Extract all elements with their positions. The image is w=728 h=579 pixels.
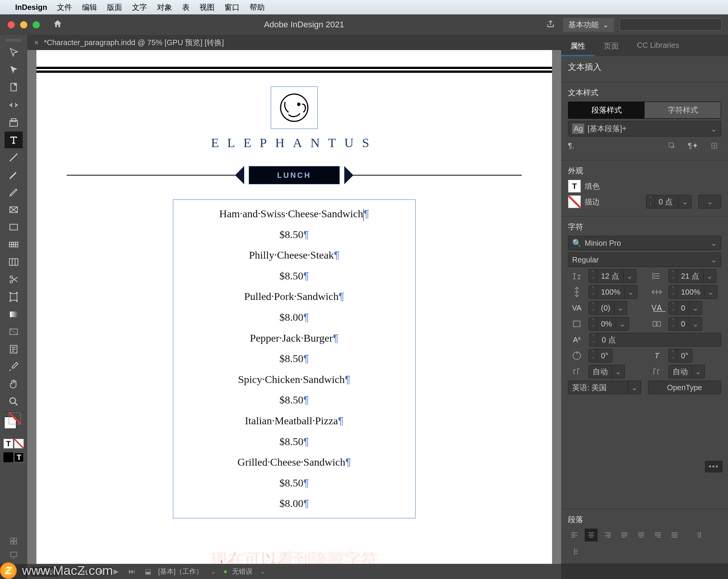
gradient-swatch-tool[interactable] [5, 306, 23, 323]
window-close-button[interactable] [8, 21, 15, 28]
content-collector-tool[interactable] [5, 114, 23, 131]
chevron-down-icon[interactable]: ⌄ [257, 567, 268, 576]
home-icon[interactable] [53, 19, 63, 30]
mojikumi-after-input[interactable]: 自动⌄ [668, 365, 705, 378]
pencil-tool[interactable] [5, 184, 23, 201]
page-popup-icon[interactable]: ⬓ [142, 567, 154, 576]
stroke-swatch[interactable] [9, 412, 21, 424]
style-type-segment[interactable]: 段落样式 字符样式 [568, 102, 721, 119]
format-text-fill[interactable]: T [3, 439, 13, 449]
page-tool[interactable] [5, 79, 23, 96]
justify-left-icon[interactable] [618, 529, 631, 541]
window-minimize-button[interactable] [20, 21, 27, 28]
fill-stroke-swatches[interactable] [4, 414, 23, 433]
scissors-tool[interactable] [5, 271, 23, 288]
menu-text-frame[interactable]: Ham·and·Swiss·Cheese·Sandwich¶$8.50¶Phil… [173, 199, 416, 518]
character-style-seg[interactable]: 字符样式 [645, 102, 721, 118]
screen-mode-icon[interactable] [9, 550, 18, 561]
font-size-input[interactable]: ˄˅12 点⌄ [588, 269, 636, 283]
justify-all-icon[interactable] [668, 529, 681, 541]
stroke-weight-input[interactable]: ˄˅0 点⌄ [646, 195, 692, 209]
tsume-input[interactable]: ˄˅0⌄ [668, 317, 702, 331]
baseline-input[interactable]: ˄˅0%⌄ [588, 317, 629, 331]
document-canvas[interactable]: ELEPHANTUS LUNCH Ham·and·Swiss·Cheese·Sa… [27, 50, 561, 564]
line-tool[interactable] [5, 149, 23, 166]
font-family-dropdown[interactable]: 🔍Minion Pro⌄ [568, 236, 721, 250]
note-tool[interactable] [5, 341, 23, 358]
rectangle-tool[interactable] [5, 219, 23, 235]
menu-object[interactable]: 对象 [157, 2, 172, 13]
skew-input[interactable]: ˄˅0° [668, 349, 692, 362]
vertical-scale-input[interactable]: ˄˅100%⌄ [588, 285, 637, 299]
search-input[interactable] [620, 19, 722, 31]
menu-file[interactable]: 文件 [57, 2, 72, 13]
workspace-selector[interactable]: 基本功能 ⌄ [563, 18, 614, 32]
tab-cclibraries[interactable]: CC Libraries [628, 35, 688, 56]
zoom-tool[interactable] [5, 393, 23, 410]
fill-swatch-panel[interactable]: T [568, 180, 581, 193]
eyedropper-tool[interactable] [5, 358, 23, 375]
type-tool[interactable] [5, 132, 23, 148]
format-text-stroke[interactable] [14, 439, 24, 449]
gap-tool[interactable] [5, 97, 23, 113]
add-style-icon[interactable] [708, 139, 721, 152]
share-icon[interactable] [546, 19, 555, 30]
align-toward-spine-icon[interactable] [694, 529, 707, 541]
menu-type[interactable]: 文字 [132, 2, 147, 13]
tab-pages[interactable]: 页面 [595, 35, 628, 56]
leading-input[interactable]: ˄˅21 点⌄ [668, 269, 716, 283]
menu-item-name: Pulled·Pork·Sandwich¶ [173, 286, 415, 307]
font-weight-dropdown[interactable]: Regular⌄ [568, 253, 721, 267]
table-column-tool[interactable] [5, 254, 23, 270]
menu-table[interactable]: 表 [182, 2, 190, 13]
selection-tool[interactable] [5, 44, 23, 61]
new-style-icon[interactable] [665, 139, 679, 152]
baseline-shift-input[interactable]: ˄˅0 点 [589, 333, 721, 347]
panel-grip[interactable] [6, 39, 22, 42]
last-page-icon[interactable]: ⏭ [126, 568, 138, 576]
menu-edit[interactable]: 编辑 [82, 2, 97, 13]
clear-overrides-icon[interactable]: ¶✦ [686, 139, 700, 152]
stroke-swatch-panel[interactable] [568, 195, 581, 208]
menu-window[interactable]: 窗口 [224, 2, 240, 13]
more-options-button[interactable]: ••• [705, 461, 723, 472]
stroke-type-dropdown[interactable]: ⌄ [698, 195, 721, 209]
hand-tool[interactable] [5, 376, 23, 392]
mojikumi-before-input[interactable]: 自动⌄ [588, 365, 625, 378]
justify-right-icon[interactable] [651, 529, 664, 541]
align-away-spine-icon[interactable] [568, 545, 581, 558]
pilcrow-icon[interactable]: ¶. [568, 141, 574, 150]
document-tab[interactable]: × *Character_paragraph.indd @ 75% [GPU 预… [27, 38, 231, 48]
direct-selection-tool[interactable] [5, 62, 23, 78]
apply-color[interactable] [3, 452, 13, 462]
menubar-app[interactable]: InDesign [15, 3, 47, 12]
gradient-feather-tool[interactable] [5, 323, 23, 340]
apply-none[interactable]: T [14, 452, 24, 462]
menu-view[interactable]: 视图 [199, 2, 215, 13]
paragraph-style-dropdown[interactable]: Ag [基本段落]+ ⌄ [568, 121, 721, 137]
char-rotation-input[interactable]: ˄˅0° [588, 349, 612, 362]
view-mode-icon[interactable] [9, 537, 18, 547]
menu-help[interactable]: 帮助 [249, 2, 265, 13]
preflight-label[interactable]: 无错误 [232, 567, 253, 576]
horizontal-scale-input[interactable]: ˄˅100%⌄ [668, 285, 717, 299]
justify-center-icon[interactable] [635, 529, 648, 541]
tracking-input[interactable]: ˄˅0⌄ [668, 301, 702, 315]
align-center-icon[interactable] [585, 529, 598, 541]
menu-layout[interactable]: 版面 [107, 2, 122, 13]
language-dropdown[interactable]: 英语: 美国⌄ [568, 381, 641, 394]
paragraph-style-seg[interactable]: 段落样式 [568, 102, 645, 118]
tab-properties[interactable]: 属性 [561, 35, 595, 56]
free-transform-tool[interactable] [5, 289, 23, 305]
opentype-button[interactable]: OpenType [648, 381, 721, 394]
close-tab-icon[interactable]: × [34, 38, 39, 47]
work-label[interactable]: [基本]（工作） [158, 567, 203, 576]
rectangle-frame-tool[interactable] [5, 201, 23, 218]
kerning-input[interactable]: ˄˅(0)⌄ [588, 301, 627, 315]
align-right-icon[interactable] [601, 529, 614, 541]
table-row-tool[interactable] [5, 236, 23, 253]
window-zoom-button[interactable] [33, 21, 40, 28]
align-left-icon[interactable] [568, 529, 581, 541]
pen-tool[interactable] [5, 166, 23, 183]
chevron-down-icon[interactable]: ⌄ [207, 567, 219, 576]
